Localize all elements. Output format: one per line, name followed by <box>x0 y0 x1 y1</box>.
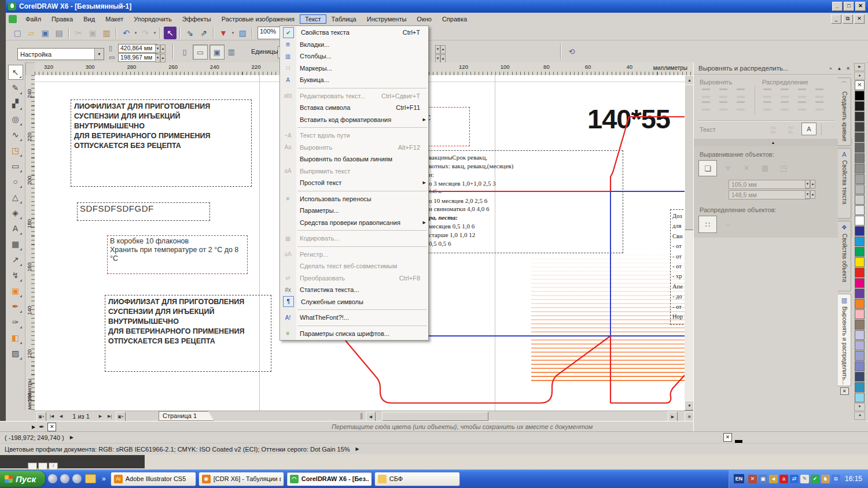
menu-Таблица[interactable]: Таблица <box>326 14 362 24</box>
menu-item[interactable]: ∷Маркеры... <box>280 62 428 75</box>
connector-tool[interactable]: ↯ <box>8 268 23 283</box>
distribute-extent-selection-button[interactable]: ∷ <box>698 216 717 233</box>
align-left-button[interactable] <box>698 87 713 99</box>
table-tool[interactable]: ▦ <box>8 236 23 252</box>
align-to-page-center-button[interactable]: ✕ <box>739 161 754 174</box>
docker-tab-4[interactable]: ▥Выровнять и распределить...✕ <box>838 294 851 386</box>
customize-icon[interactable]: ⟲ <box>565 45 579 58</box>
export-button[interactable]: ⇗ <box>197 27 210 39</box>
color-eyedropper-tool[interactable]: ✒ <box>8 299 23 314</box>
application-launcher-dropdown-icon[interactable]: ▾ <box>230 31 236 35</box>
language-indicator[interactable]: EN <box>734 474 744 483</box>
menu-Правка[interactable]: Правка <box>46 14 78 24</box>
dimension-label[interactable]: 140*55 <box>587 103 670 135</box>
y-spinner[interactable]: ▼▲ <box>805 190 815 199</box>
palette-expand-icon[interactable]: ◄ <box>854 412 865 420</box>
color-swatch[interactable] <box>855 236 865 246</box>
menu-item[interactable]: Выровнять по базовым линиям <box>280 153 428 165</box>
docker-tab-close-icon[interactable]: ✕ <box>840 387 849 395</box>
color-swatch[interactable] <box>855 330 865 340</box>
color-swatch[interactable] <box>855 122 865 132</box>
quick-launch-folder-icon[interactable] <box>85 474 96 483</box>
menu-item[interactable]: ✔Свойства текстаCtrl+T <box>280 27 428 39</box>
text-bounding-box-button[interactable]: A <box>801 123 816 135</box>
menu-Файл[interactable]: Файл <box>20 14 46 24</box>
color-swatch[interactable] <box>855 184 865 194</box>
color-swatch[interactable] <box>855 91 865 101</box>
distribute-spacing-horizontal-button[interactable] <box>795 87 810 99</box>
outline-pen-tool[interactable]: ✑ <box>8 315 23 330</box>
hscroll-right-icon[interactable]: ▶ <box>668 412 678 422</box>
color-swatch[interactable] <box>855 299 865 309</box>
application-launcher-button[interactable]: ▼ <box>217 27 230 39</box>
palette-flyout-icon[interactable]: ▶ <box>854 63 865 71</box>
rectangle-tool[interactable]: ▭ <box>8 158 23 173</box>
menu-Макет[interactable]: Макет <box>100 14 128 24</box>
distribute-extent-page-button[interactable]: ↔ <box>720 217 735 231</box>
align-center-vertical-button[interactable] <box>716 100 731 112</box>
menu-item[interactable]: ⇄ПреобразоватьCtrl+F8 <box>280 272 428 284</box>
last-page-icon[interactable]: ▶| <box>105 412 114 420</box>
docker-tab-3[interactable]: ❖Свойства объекта <box>838 221 851 291</box>
color-swatch[interactable] <box>855 174 865 184</box>
pet-icon[interactable]: ♞ <box>821 475 830 483</box>
x-spinner[interactable]: ▼▲ <box>805 180 815 188</box>
color-swatch[interactable] <box>855 153 865 163</box>
menu-item[interactable]: Вставить код форматирования▶ <box>280 114 428 126</box>
distribute-bottom-button[interactable] <box>812 100 827 112</box>
first-page-icon[interactable]: |◀ <box>47 412 56 420</box>
undo-dropdown-icon[interactable]: ▾ <box>133 31 138 35</box>
redo-dropdown-icon[interactable]: ▾ <box>152 31 157 35</box>
menu-item[interactable]: ~AТекст вдоль пути <box>280 130 428 142</box>
interactive-fill-tool[interactable]: ▨ <box>8 346 23 361</box>
close-button[interactable]: ✕ <box>855 2 866 11</box>
menu-item[interactable]: ≡Параметры списка шрифтов... <box>280 328 428 340</box>
previous-page-icon[interactable]: ◀ <box>57 412 65 420</box>
polygon-tool[interactable]: △ <box>8 190 23 205</box>
menu-item[interactable]: Простой текст▶ <box>280 177 428 189</box>
shield-check-icon[interactable]: ✔ <box>811 475 819 483</box>
next-page-icon[interactable]: ▶ <box>96 412 105 420</box>
page-tab[interactable]: Страница 1 <box>159 411 214 421</box>
color-swatch[interactable] <box>855 247 865 257</box>
chevron-down-icon[interactable]: ▼ <box>94 49 104 60</box>
y-coordinate-field[interactable]: 148,5 мм <box>729 190 810 199</box>
distribute-top-button[interactable] <box>760 100 775 112</box>
docpal-flyout-icon[interactable]: ▶ <box>32 424 35 430</box>
align-to-grid-button[interactable]: ▦ <box>757 161 773 174</box>
zoom-tool[interactable]: ◎ <box>8 112 23 127</box>
color-swatch[interactable] <box>855 101 865 111</box>
color-swatch[interactable] <box>855 143 865 153</box>
text-baseline-last-button[interactable]: AaBb <box>783 124 798 136</box>
smart-fill-tool[interactable]: ◳ <box>8 143 23 158</box>
add-page-button[interactable]: ▣+ <box>36 412 46 422</box>
menu-Справка[interactable]: Справка <box>437 14 472 24</box>
menu-item[interactable]: Вставка символаCtrl+F11 <box>280 102 428 114</box>
status-flyout-icon[interactable]: ▶ <box>70 435 73 440</box>
menu-item[interactable]: Сделать текст веб-совместимым <box>280 260 428 272</box>
color-swatch[interactable] <box>855 361 865 371</box>
hscroll-left-icon[interactable]: ◀ <box>366 412 376 422</box>
text-tool[interactable]: A <box>8 221 23 236</box>
text-frame-storage[interactable]: В коробке 10 флаконовХранить при темпера… <box>107 235 248 274</box>
avira-icon[interactable]: a <box>779 475 788 483</box>
text-frame-lyophilizate-top[interactable]: ЛИОФИЛИЗАТ ДЛЯ ПРИГОТОВЛЕНИЯСУСПЕНЗИИ ДЛ… <box>71 99 252 187</box>
menu-item[interactable]: ▦Кодировать... <box>280 232 428 245</box>
distribute-center-horizontal-button[interactable] <box>777 87 792 99</box>
quick-launch-more-icon[interactable]: » <box>102 475 106 483</box>
pick-tool[interactable]: ↖ <box>8 65 23 80</box>
color-swatch[interactable] <box>855 216 865 225</box>
align-top-button[interactable] <box>698 100 713 112</box>
docker-flyout-icon[interactable]: » <box>826 64 835 72</box>
dual-monitor-icon[interactable]: ⧉ <box>832 475 840 483</box>
docker-collapse-icon[interactable]: ▲ <box>835 64 844 72</box>
shape-tool[interactable]: ✎ <box>8 80 23 95</box>
text-frame-sdf[interactable]: SDFSDFSDFGDF <box>77 202 210 221</box>
minimize-button[interactable]: _ <box>832 2 843 11</box>
current-page-button[interactable]: ▥ <box>225 45 238 58</box>
menu-item[interactable]: #xСтатистика текста... <box>280 284 428 296</box>
color-swatch[interactable] <box>855 226 865 236</box>
start-button[interactable]: Пуск <box>0 471 45 487</box>
vertical-scrollbar[interactable]: ▲ ▼ <box>685 75 693 411</box>
new-document-button[interactable]: ▢ <box>11 27 24 39</box>
